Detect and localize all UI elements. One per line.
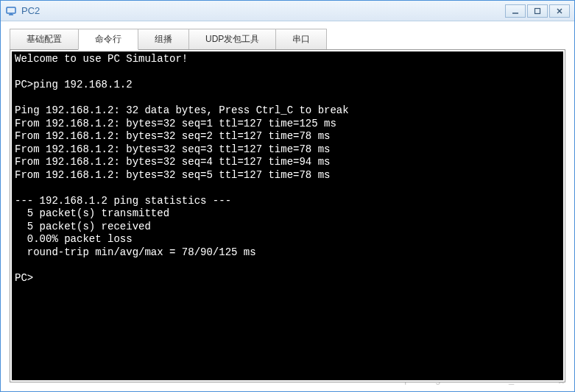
app-window: PC2 基础配置 命令行 组播 UDP发包工具 串口 Welcome to us… (0, 0, 575, 392)
tab-udp-tool[interactable]: UDP发包工具 (188, 29, 276, 50)
maximize-button[interactable] (527, 4, 548, 18)
tab-label: 命令行 (95, 34, 121, 44)
tab-basic-config[interactable]: 基础配置 (10, 29, 79, 50)
tab-bar: 基础配置 命令行 组播 UDP发包工具 串口 (10, 29, 565, 50)
window-title: PC2 (21, 5, 504, 16)
terminal[interactable]: Welcome to use PC Simulator! PC>ping 192… (12, 51, 563, 380)
terminal-container: Welcome to use PC Simulator! PC>ping 192… (10, 49, 565, 382)
close-button[interactable] (549, 4, 570, 18)
svg-rect-4 (535, 8, 540, 13)
svg-rect-0 (7, 7, 15, 13)
app-icon (5, 5, 17, 17)
minimize-button[interactable] (505, 4, 526, 18)
tab-label: UDP发包工具 (205, 34, 259, 44)
titlebar: PC2 (1, 1, 574, 21)
tab-command-line[interactable]: 命令行 (78, 29, 138, 50)
tab-multicast[interactable]: 组播 (138, 29, 189, 50)
tab-serial[interactable]: 串口 (275, 29, 327, 50)
tab-label: 串口 (292, 34, 310, 44)
window-controls (504, 4, 570, 18)
tab-label: 组播 (155, 34, 172, 44)
tab-label: 基础配置 (27, 34, 62, 44)
content-area: 基础配置 命令行 组播 UDP发包工具 串口 Welcome to use PC… (1, 21, 574, 391)
